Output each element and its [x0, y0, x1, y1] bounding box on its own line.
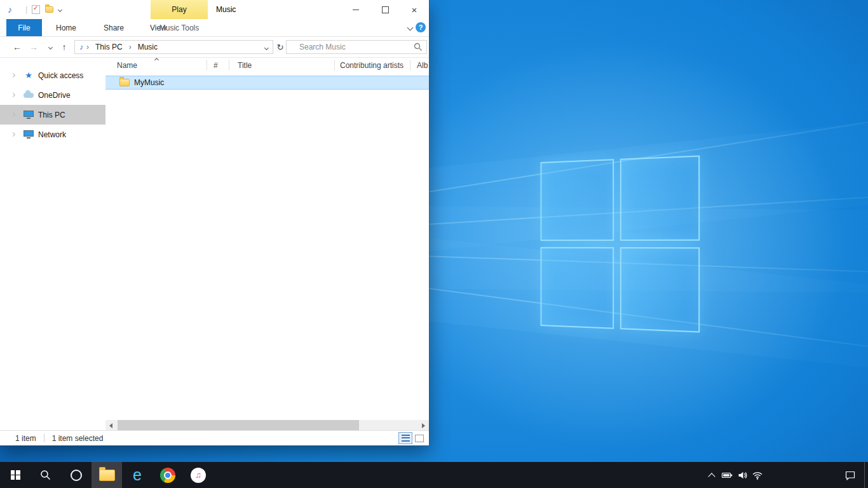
breadcrumb-separator: ›	[126, 43, 135, 51]
sidebar-item-label: This PC	[38, 111, 65, 119]
chevron-down-icon	[58, 7, 62, 11]
breadcrumb-this-pc[interactable]: This PC	[92, 43, 126, 51]
start-button[interactable]	[0, 462, 31, 488]
file-explorer-icon	[99, 470, 115, 481]
search-icon[interactable]	[414, 43, 423, 51]
chevron-down-icon	[264, 46, 269, 50]
separator: |	[25, 5, 27, 14]
tab-share[interactable]: Share	[94, 19, 133, 36]
tray-spacer	[765, 462, 836, 488]
volume-indicator[interactable]	[735, 462, 750, 488]
taskbar-itunes-button[interactable]: ♫	[183, 462, 214, 488]
taskbar-search-button[interactable]	[31, 462, 61, 488]
windows-logo-pane	[620, 247, 700, 332]
sidebar-item-quick-access[interactable]: ★ Quick access	[0, 65, 105, 85]
expand-chevron-icon[interactable]	[11, 93, 15, 97]
address-bar[interactable]: ♪ › This PC › Music	[74, 40, 273, 54]
address-dropdown-button[interactable]	[261, 43, 273, 51]
sidebar-item-this-pc[interactable]: This PC	[0, 105, 105, 125]
scrollbar-thumb[interactable]	[118, 420, 359, 431]
title-bar: ♪ | ✓ Play Music ×	[0, 0, 429, 19]
battery-icon	[721, 470, 733, 480]
show-hidden-icons-button[interactable]	[704, 462, 719, 488]
taskbar-file-explorer-button[interactable]	[92, 462, 122, 488]
sidebar-item-label: Network	[38, 130, 66, 139]
tab-music-tools[interactable]: Music Tools	[151, 19, 208, 36]
tab-home[interactable]: Home	[46, 19, 86, 36]
network-indicator[interactable]	[750, 462, 765, 488]
large-icons-view-button[interactable]	[412, 432, 426, 444]
minimize-button[interactable]	[341, 0, 370, 19]
recent-locations-button[interactable]	[46, 37, 55, 57]
scroll-right-icon[interactable]	[422, 423, 425, 428]
file-row-mymusic[interactable]: MyMusic	[105, 76, 429, 90]
window-body: ★ Quick access OneDrive This PC Network	[0, 57, 429, 431]
network-monitor-icon	[24, 130, 34, 139]
details-view-button[interactable]	[398, 432, 412, 444]
expand-chevron-icon[interactable]	[11, 112, 15, 117]
expand-ribbon-chevron-icon[interactable]	[407, 25, 414, 31]
show-desktop-button[interactable]	[864, 462, 868, 488]
cortana-button[interactable]	[61, 462, 92, 488]
sidebar-item-network[interactable]: Network	[0, 125, 105, 144]
file-list-pane: Name # Title Contributing artists Alb My…	[105, 57, 429, 431]
minimize-icon	[353, 10, 359, 10]
chevron-up-icon	[708, 473, 715, 480]
details-view-icon	[402, 435, 410, 442]
breadcrumb-music[interactable]: Music	[135, 43, 161, 51]
search-box	[286, 40, 427, 54]
expand-chevron-icon[interactable]	[11, 73, 15, 78]
refresh-button[interactable]: ↻	[275, 37, 286, 57]
quick-access-star-icon: ★	[25, 71, 32, 80]
column-header-title[interactable]: Title	[229, 60, 335, 71]
forward-button[interactable]: →	[27, 37, 41, 57]
selection-count: 1 item selected	[52, 434, 104, 443]
sidebar-item-label: OneDrive	[38, 91, 71, 100]
itunes-icon: ♫	[191, 468, 206, 483]
search-icon	[40, 470, 51, 481]
sidebar-item-label: Quick access	[38, 71, 83, 80]
column-header-contributing-artists[interactable]: Contributing artists	[335, 60, 410, 71]
expand-chevron-icon[interactable]	[11, 132, 15, 137]
refresh-icon: ↻	[277, 43, 284, 52]
cortana-icon	[71, 470, 82, 481]
up-button[interactable]: ↑	[57, 37, 71, 57]
qat-new-folder-button[interactable]	[45, 0, 53, 19]
close-button[interactable]: ×	[400, 0, 429, 19]
column-header-number[interactable]: #	[207, 60, 229, 71]
qat-properties-button[interactable]: ✓	[32, 0, 40, 19]
tab-file[interactable]: File	[6, 19, 42, 36]
taskbar-chrome-button[interactable]	[153, 462, 183, 488]
action-center-button[interactable]	[836, 462, 864, 488]
battery-indicator[interactable]	[719, 462, 735, 488]
new-folder-icon	[45, 6, 53, 13]
maximize-icon	[382, 6, 389, 13]
windows-logo-pane	[541, 247, 614, 329]
sidebar-item-onedrive[interactable]: OneDrive	[0, 85, 105, 105]
large-icons-view-icon	[415, 435, 424, 442]
divider	[44, 434, 44, 442]
navigation-pane: ★ Quick access OneDrive This PC Network	[0, 57, 105, 431]
column-header-album[interactable]: Alb	[410, 60, 429, 71]
windows-logo-pane	[620, 156, 700, 241]
help-button[interactable]: ?	[416, 22, 426, 32]
horizontal-scrollbar[interactable]	[105, 420, 429, 431]
search-input[interactable]	[298, 42, 414, 52]
wifi-icon	[752, 470, 763, 480]
taskbar: e ♫	[0, 462, 868, 488]
internet-explorer-icon: e	[133, 467, 142, 483]
qat-customize-button[interactable]	[58, 0, 62, 19]
contextual-tab-play[interactable]: Play	[151, 0, 208, 19]
item-count: 1 item	[15, 434, 36, 443]
scroll-left-icon[interactable]	[109, 423, 112, 428]
file-explorer-window: ♪ | ✓ Play Music × File Home Share View …	[0, 0, 429, 445]
maximize-button[interactable]	[370, 0, 400, 19]
properties-icon: ✓	[32, 5, 40, 14]
folder-icon	[119, 79, 130, 86]
back-icon: ←	[13, 42, 22, 52]
windows-logo-pane	[541, 159, 614, 241]
file-name: MyMusic	[134, 78, 164, 87]
back-button[interactable]: ←	[10, 37, 24, 57]
taskbar-internet-explorer-button[interactable]: e	[122, 462, 153, 488]
chrome-icon	[160, 468, 175, 483]
